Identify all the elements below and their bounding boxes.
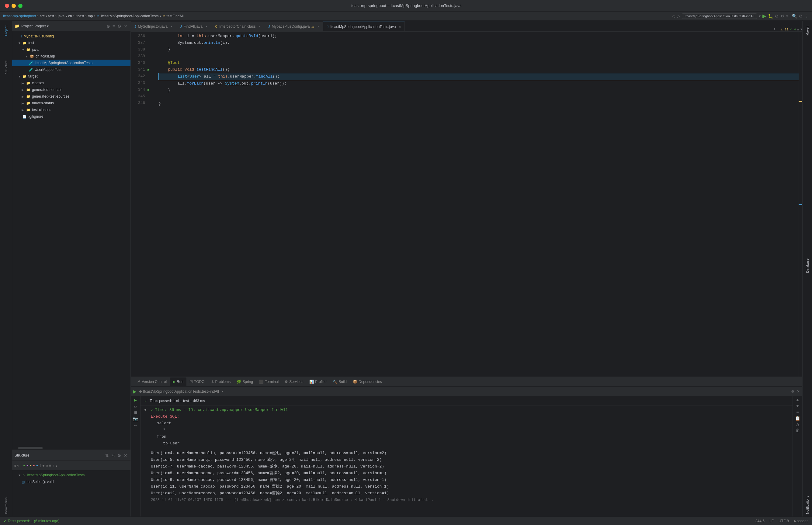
run-close-icon[interactable]: ✕: [797, 389, 800, 394]
collapse-icon[interactable]: ≡: [112, 23, 116, 29]
code-line-336: int i = this.userMapper.updateById(user1…: [158, 33, 802, 40]
tab-run[interactable]: ▶ Run: [170, 377, 186, 386]
run-output[interactable]: ▼ ✓ Time: 36 ms - ID: cn.itcast.mp.mappe…: [140, 405, 793, 516]
run-gutter-341[interactable]: ▶: [148, 66, 154, 73]
tree-java[interactable]: ▼ 📁 java: [12, 46, 131, 53]
minimize-button[interactable]: [12, 4, 16, 8]
tab-interceptor[interactable]: C InterceptorChain.class ×: [211, 21, 264, 31]
run-left-icons: ▶ ↺ ⏹ 📷 ↩: [131, 396, 140, 516]
editor-area: J MySqlInjector.java × J FindAll.java × …: [131, 21, 802, 516]
run-coverage-icon[interactable]: 📷: [133, 416, 138, 422]
tab-mybatisconfig[interactable]: J MybatisPlusConfig.java ⚠ ×: [264, 21, 323, 31]
code-line-340: @Test: [158, 60, 802, 66]
struct-class[interactable]: ▼ ○ ItcastMpSpringbootApplicationTests: [12, 472, 131, 478]
tab-close-icon5[interactable]: ×: [399, 25, 401, 29]
run-tab-label: ⊕ ItcastMpSpringbootApplicationTests.tes…: [139, 389, 219, 394]
struct-settings-icon[interactable]: ⚙: [117, 452, 122, 459]
settings-icon[interactable]: ⚙: [117, 23, 122, 29]
locate-icon[interactable]: ⊕: [106, 23, 111, 29]
struct-testselect[interactable]: ▤ testSelect(): void: [12, 478, 131, 485]
close-panel-icon[interactable]: ✕: [123, 23, 128, 29]
tab-close-icon2[interactable]: ×: [205, 25, 208, 28]
java-file-icon: J: [20, 34, 22, 38]
tree-gitignore[interactable]: 📄 .gitignore: [12, 113, 131, 120]
project-panel: 📁 Project Project ▾ ⊕ ≡ ⚙ ✕ J MybatisPlu…: [12, 21, 131, 450]
bc-project[interactable]: itcast-mp-springboot: [3, 14, 36, 18]
code-line-344: }: [158, 87, 802, 94]
status-tests: ✓ Tests passed: 1 (6 minutes ago): [4, 519, 59, 523]
struct-close-icon[interactable]: ✕: [123, 452, 128, 459]
tree-test[interactable]: ▼ 📁 test: [12, 40, 131, 46]
run-settings-icon[interactable]: ⚙: [791, 389, 794, 394]
run-play-btn[interactable]: ▶: [133, 389, 137, 394]
tree-target[interactable]: ▼ 📁 target: [12, 73, 131, 80]
run-tab-close[interactable]: ×: [221, 389, 224, 394]
tab-dependencies[interactable]: 📦 Dependencies: [350, 377, 385, 386]
tab-findall[interactable]: J FindAll.java ×: [177, 21, 211, 31]
tabs-overflow[interactable]: ▾: [771, 27, 778, 31]
structure-icon[interactable]: Structure: [4, 58, 8, 76]
tab-profiler[interactable]: 📊 Profiler: [306, 377, 330, 386]
tree-classes[interactable]: ▶ 📁 classes: [12, 80, 131, 86]
breadcrumb: itcast-mp-springboot › src › test › java…: [0, 12, 812, 21]
right-sidebar: Maven Database Notifications: [802, 21, 812, 516]
status-lf[interactable]: LF: [769, 519, 774, 523]
tree-scrollbar[interactable]: [12, 447, 131, 450]
tab-itcasttests[interactable]: J ItcastMpSpringbootApplicationTests.jav…: [323, 21, 405, 31]
run-run-icon[interactable]: ▶: [134, 397, 137, 403]
tab-terminal[interactable]: ⬛ Terminal: [256, 377, 281, 386]
warning-count: ⚠ 11 ✓ 4 ▲ ▼: [781, 27, 802, 31]
tree-package[interactable]: ▼ 📦 cn.itcast.mp: [12, 53, 131, 60]
maven-label[interactable]: Maven: [806, 23, 809, 38]
bookmarks-icon[interactable]: Bookmarks: [4, 495, 8, 516]
run-import-icon[interactable]: ↩: [134, 423, 137, 428]
tree-test-classes[interactable]: ▶ 📁 test-classes: [12, 106, 131, 113]
tab-mysqlinjector[interactable]: J MySqlInjector.java ×: [131, 21, 177, 31]
tree-gen-test-sources[interactable]: ▶ 📁 generated-test-sources: [12, 93, 131, 100]
tab-close-icon4[interactable]: ×: [317, 25, 319, 28]
run-gutter-344[interactable]: ▶: [148, 86, 154, 93]
tab-services[interactable]: ⚙ Services: [281, 377, 306, 386]
sort2-icon[interactable]: ⇆: [111, 452, 116, 459]
status-position[interactable]: 344:6: [755, 519, 765, 523]
code-content[interactable]: int i = this.userMapper.updateById(user1…: [154, 32, 802, 377]
tab-problems[interactable]: ⚠ Problems: [208, 377, 234, 386]
tab-build[interactable]: 🔨 Build: [330, 377, 350, 386]
tests-passed-label: Tests passed: 1 of 1 test – 463 ms: [150, 399, 205, 403]
status-encoding[interactable]: UTF-8: [779, 519, 789, 523]
window-controls[interactable]: [5, 4, 22, 8]
user-line-12: User(id=12, userName=caocao, password=12…: [151, 490, 789, 497]
java-icon: J: [134, 25, 136, 28]
project-icon[interactable]: Project: [4, 23, 8, 38]
tab-close-icon[interactable]: ×: [171, 25, 172, 28]
code-line-341: public void testFindAll(){: [158, 66, 802, 73]
sort-icon[interactable]: ⇅: [105, 452, 109, 459]
tab-close-icon3[interactable]: ×: [259, 25, 261, 28]
tab-todo[interactable]: ☑ TODO: [186, 377, 208, 386]
sql-block: Execute SQL: select * from tb_user User(…: [144, 414, 789, 504]
database-label[interactable]: Database: [806, 256, 809, 275]
close-button[interactable]: [5, 4, 9, 8]
run-stop-icon[interactable]: ⏹: [134, 410, 138, 415]
notifications-label[interactable]: Notifications: [806, 493, 809, 516]
user-line-5: User(id=5, userName=sunqi, password=1234…: [151, 456, 789, 463]
tree-gen-sources[interactable]: ▶ 📁 generated-sources: [12, 86, 131, 93]
code-line-346: }: [158, 100, 802, 107]
structure-toolbar: ⇅ ⇆ ● ● ● ● ● | ⊕ ◎ ▤ ↑ ↓: [12, 461, 131, 470]
tree-usermapper-test[interactable]: 🧪 UserMapperTest: [12, 66, 131, 73]
user-line-8: User(id=8, userName=caocao, password=123…: [151, 470, 789, 477]
status-spaces[interactable]: 4 spaces: [794, 519, 808, 523]
code-editor[interactable]: 336 337 338 339 340 341 342 343 344 345 …: [131, 32, 802, 377]
run-rerun-icon[interactable]: ↺: [134, 404, 137, 409]
tree-mybatisconfig[interactable]: J MybatisPlusConfig: [12, 33, 131, 40]
tab-version-control[interactable]: ⎇ Version Control: [133, 377, 170, 386]
tree-itcast-tests[interactable]: 🧪 ItcastMpSpringbootApplicationTests: [12, 60, 131, 66]
run-config-label[interactable]: ItcastMpSpringbootApplicationTests.testF…: [682, 13, 757, 19]
gutter-icons: ▶ ▶: [148, 32, 154, 377]
run-output-area: ✓ Tests passed: 1 of 1 test – 463 ms ▼ ✓…: [140, 396, 793, 516]
tree-maven-status[interactable]: ▶ 📁 maven-status: [12, 100, 131, 106]
user-line-11: User(id=11, userName=caocao, password=12…: [151, 483, 789, 490]
tab-spring[interactable]: 🌿 Spring: [233, 377, 256, 386]
title-bar: itcast-mp-springboot – ItcastMpSpringboo…: [0, 0, 812, 12]
maximize-button[interactable]: [18, 4, 22, 8]
